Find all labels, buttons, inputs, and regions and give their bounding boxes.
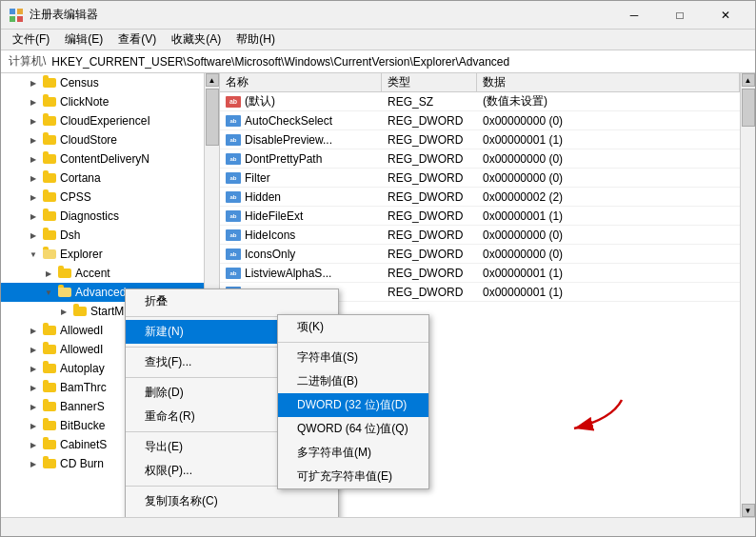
cell-name: ab HideFileExt [220, 209, 382, 223]
expand-icon: ▼ [28, 249, 39, 260]
detail-header: 名称 类型 数据 [220, 73, 740, 92]
main-content: ▶ Census ▶ ClickNote ▶ CloudExperienceI [1, 73, 755, 517]
address-bar: 计算机\ HKEY_CURRENT_USER\Software\Microsof… [1, 50, 755, 73]
close-button[interactable]: ✕ [704, 1, 747, 30]
cell-type: REG_DWORD [382, 133, 477, 147]
expand-icon: ▶ [28, 134, 39, 146]
menu-file[interactable]: 文件(F) [5, 30, 57, 50]
table-row[interactable]: ab (默认) REG_SZ (数值未设置) [220, 92, 740, 111]
cell-type: REG_DWORD [382, 114, 477, 128]
cell-name: ab IconsOnly [220, 248, 382, 261]
tree-item-accent[interactable]: ▶ Accent [1, 264, 204, 283]
expand-icon: ▶ [28, 96, 39, 108]
ctx-jump-hklm[interactable]: 访问 HKEY_LOCAL_MACHINE(T) [126, 513, 338, 517]
address-label: 计算机\ [9, 53, 46, 70]
expand-icon: ▶ [28, 210, 39, 222]
col-header-type[interactable]: 类型 [382, 73, 477, 91]
folder-icon [42, 324, 57, 337]
expand-icon: ▶ [28, 191, 39, 203]
ctx-sub-string[interactable]: 字符串值(S) [278, 346, 428, 369]
ctx-sub-expandstr[interactable]: 可扩充字符串值(E) [278, 465, 428, 488]
cell-name: ab DontPrettyPath [220, 152, 382, 166]
minimize-button[interactable]: ─ [612, 1, 656, 30]
cell-type: REG_DWORD [382, 248, 477, 261]
address-path: HKEY_CURRENT_USER\Software\Microsoft\Win… [51, 55, 509, 69]
cell-data: 0x00000001 (1) [477, 286, 740, 299]
expand-icon: ▶ [28, 420, 39, 431]
expand-icon: ▶ [43, 268, 54, 279]
folder-icon [42, 438, 57, 451]
col-header-data[interactable]: 数据 [477, 73, 740, 91]
table-row[interactable]: ab IconsOnly REG_DWORD 0x00000000 (0) [220, 245, 740, 264]
table-row[interactable]: ab DontPrettyPath REG_DWORD 0x00000000 (… [220, 149, 740, 169]
folder-icon [42, 171, 57, 185]
folder-icon [42, 190, 57, 204]
tree-item-explorer[interactable]: ▼ Explorer [1, 245, 204, 264]
folder-icon [42, 400, 57, 413]
folder-icon [42, 209, 57, 223]
ctx-sub-key[interactable]: 项(K) [278, 315, 428, 339]
table-row[interactable]: ab HideIcons REG_DWORD 0x00000000 (0) [220, 226, 740, 245]
expand-icon: ▶ [28, 77, 39, 89]
folder-icon [57, 267, 72, 280]
tree-item-diagnostics[interactable]: ▶ Diagnostics [1, 207, 204, 226]
tree-item-cloudstore[interactable]: ▶ CloudStore [1, 130, 204, 149]
cell-data: 0x00000001 (1) [477, 267, 740, 280]
reg-dword-icon: ab [226, 210, 241, 222]
reg-dword-icon: ab [226, 249, 241, 260]
reg-dword-icon: ab [226, 268, 241, 279]
ctx-sub-qword[interactable]: QWORD (64 位)值(Q) [278, 417, 428, 441]
window-controls: ─ □ ✕ [612, 1, 747, 30]
cell-name: ab Hidden [220, 190, 382, 204]
tree-item-cloudexp[interactable]: ▶ CloudExperienceI [1, 111, 204, 130]
table-row[interactable]: ab Filter REG_DWORD 0x00000000 (0) [220, 169, 740, 188]
window-title: 注册表编辑器 [30, 7, 612, 23]
separator [278, 342, 428, 343]
tree-item-clicknote[interactable]: ▶ ClickNote [1, 92, 204, 111]
maximize-button[interactable]: □ [658, 1, 702, 30]
table-row[interactable]: ab DisablePreview... REG_DWORD 0x0000000… [220, 130, 740, 149]
ctx-copy-key[interactable]: 复制顶名称(C) [126, 489, 338, 513]
cell-data: 0x00000000 (0) [477, 248, 740, 261]
detail-scrollbar[interactable]: ▲ ▼ [740, 73, 755, 517]
tree-item-cortana[interactable]: ▶ Cortana [1, 169, 204, 188]
table-row[interactable]: ab Hidden REG_DWORD 0x00000002 (2) [220, 188, 740, 207]
reg-dword-icon: ab [226, 172, 241, 184]
ctx-sub-binary[interactable]: 二进制值(B) [278, 369, 428, 393]
expand-icon: ▶ [28, 458, 39, 469]
cell-data: 0x00000000 (0) [477, 229, 740, 242]
expand-icon: ▶ [28, 153, 39, 165]
table-row[interactable]: ab AutoCheckSelect REG_DWORD 0x00000000 … [220, 111, 740, 130]
expand-icon: ▼ [43, 287, 54, 298]
cell-data: 0x00000001 (1) [477, 133, 740, 147]
table-row[interactable]: ab ListviewAlphaS... REG_DWORD 0x0000000… [220, 264, 740, 283]
ctx-collapse[interactable]: 折叠 [126, 289, 338, 313]
cell-type: REG_DWORD [382, 190, 477, 204]
ctx-sub-dword[interactable]: DWORD (32 位)值(D) [278, 393, 428, 417]
expand-icon: ▶ [28, 439, 39, 450]
table-row[interactable]: ab HideFileExt REG_DWORD 0x00000001 (1) [220, 207, 740, 226]
svg-rect-2 [10, 16, 15, 22]
cell-name: ab HideIcons [220, 229, 382, 242]
folder-icon [42, 381, 57, 394]
menu-help[interactable]: 帮助(H) [229, 30, 283, 50]
cell-type: REG_DWORD [382, 152, 477, 166]
reg-dword-icon: ab [226, 115, 241, 127]
tree-item-contentdelivery[interactable]: ▶ ContentDeliveryN [1, 149, 204, 169]
cell-type: REG_DWORD [382, 229, 477, 242]
menu-view[interactable]: 查看(V) [110, 30, 164, 50]
tree-item-census[interactable]: ▶ Census [1, 73, 204, 92]
ctx-sub-multistr[interactable]: 多字符串值(M) [278, 441, 428, 465]
cell-type: REG_DWORD [382, 171, 477, 185]
svg-rect-0 [10, 9, 15, 14]
tree-item-dsh[interactable]: ▶ Dsh [1, 226, 204, 245]
expand-icon: ▶ [28, 344, 39, 355]
cell-data: 0x00000000 (0) [477, 152, 740, 166]
cell-type: REG_DWORD [382, 286, 477, 299]
menu-favorites[interactable]: 收藏夹(A) [164, 30, 229, 50]
reg-dword-icon: ab [226, 134, 241, 146]
cell-data: 0x00000000 (0) [477, 171, 740, 185]
tree-item-cpss[interactable]: ▶ CPSS [1, 188, 204, 207]
col-header-name[interactable]: 名称 [220, 73, 382, 91]
menu-edit[interactable]: 编辑(E) [57, 30, 110, 50]
